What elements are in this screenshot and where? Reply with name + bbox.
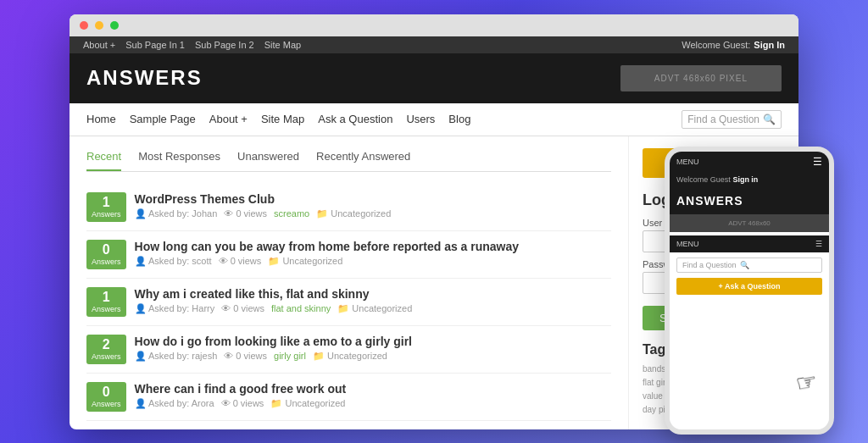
search-placeholder-text: Find a Question [687, 114, 760, 125]
question-title[interactable]: How do i go from looking like a emo to a… [135, 335, 412, 348]
question-meta: 👤 Asked by: Johan 👁 0 views screamo 📁 Un… [135, 208, 392, 219]
phone-menu-label: MENU [676, 158, 699, 166]
question-body: WordPress Themes Club 👤 Asked by: Johan … [135, 192, 392, 219]
phone-welcome: Welcome Guest Sign in [670, 172, 829, 187]
answer-count-badge: 0 Answers [86, 240, 126, 269]
questions-panel: Recent Most Responses Unanswered Recentl… [70, 136, 629, 429]
asked-by: 👤 Asked by: Arora [135, 398, 214, 409]
phone-hamburger-icon[interactable]: ☰ [813, 156, 822, 168]
tag[interactable]: flat and skinny [271, 303, 331, 313]
phone-top-bar: MENU ☰ [670, 152, 829, 172]
phone-menu-bar2: MENU ☰ [670, 235, 829, 252]
category: 📁 Uncategorized [316, 208, 391, 219]
tab-most-responses[interactable]: Most Responses [138, 150, 220, 171]
question-body: Why am i created like this, flat and ski… [135, 287, 413, 314]
asked-by: 👤 Asked by: scott [135, 256, 212, 267]
question-meta: 👤 Asked by: rajesh 👁 0 views girly girl … [135, 351, 412, 362]
views: 👁 0 views [221, 303, 264, 313]
answer-count-badge: 1 Answers [86, 192, 126, 222]
tab-recently-answered[interactable]: Recently Answered [316, 150, 410, 171]
topbar-sitemap[interactable]: Site Map [264, 40, 301, 50]
category: 📁 Uncategorized [270, 398, 345, 409]
question-title[interactable]: WordPress Themes Club [135, 192, 392, 206]
nav-blog[interactable]: Blog [448, 113, 470, 125]
asked-by: 👤 Asked by: Harry [135, 303, 215, 314]
nav-links: Home Sample Page About + Site Map Ask a … [86, 113, 470, 125]
tag[interactable]: screamo [274, 208, 309, 219]
topbar-subpage2[interactable]: Sub Page In 2 [195, 40, 254, 50]
browser-chrome [70, 14, 798, 36]
nav-sitemap[interactable]: Site Map [261, 113, 304, 125]
phone-search-text: Find a Question [682, 261, 737, 269]
maximize-dot[interactable] [110, 21, 119, 30]
phone-hamburger-icon2[interactable]: ☰ [815, 240, 822, 248]
tab-recent[interactable]: Recent [86, 150, 121, 171]
question-meta: 👤 Asked by: Harry 👁 0 views flat and ski… [135, 303, 413, 314]
phone-menu-label2: MENU [676, 240, 699, 248]
topbar-signin[interactable]: Sign In [754, 40, 785, 50]
tab-unanswered[interactable]: Unanswered [237, 150, 299, 171]
question-item: 1 Answers WordPress Themes Club 👤 Asked … [86, 184, 611, 231]
search-icon[interactable]: 🔍 [763, 114, 776, 125]
views: 👁 0 views [224, 351, 267, 361]
minimize-dot[interactable] [95, 21, 103, 30]
question-title[interactable]: Why am i created like this, flat and ski… [135, 287, 413, 301]
site-header: ANSWERS ADVT 468x60 PIXEL [70, 53, 798, 103]
question-tabs: Recent Most Responses Unanswered Recentl… [86, 150, 611, 172]
views: 👁 0 views [219, 256, 262, 266]
phone-search-icon: 🔍 [740, 261, 749, 269]
question-body: How long can you be away from home befor… [135, 240, 520, 267]
category: 📁 Uncategorized [337, 303, 412, 314]
question-title[interactable]: How long can you be away from home befor… [135, 240, 520, 253]
site-title: ANSWERS [86, 66, 203, 90]
nav-search[interactable]: Find a Question 🔍 [682, 110, 782, 129]
question-item: 0 Answers Why cant i get a date 👤 Asked … [86, 421, 611, 429]
views: 👁 0 views [224, 208, 267, 219]
nav-sample[interactable]: Sample Page [130, 113, 196, 125]
nav-home[interactable]: Home [86, 113, 116, 125]
answer-count-badge: 2 Answers [86, 335, 126, 364]
question-meta: 👤 Asked by: scott 👁 0 views 📁 Uncategori… [135, 256, 520, 267]
phone-signin-link[interactable]: Sign in [732, 175, 758, 184]
welcome-text: Welcome Guest: [682, 40, 750, 50]
question-body: Where can i find a good free work out 👤 … [135, 382, 347, 409]
phone-search[interactable]: Find a Question 🔍 [676, 257, 822, 273]
top-bar-auth: Welcome Guest: Sign In [682, 40, 785, 50]
top-bar: About + Sub Page In 1 Sub Page In 2 Site… [70, 36, 798, 53]
question-title[interactable]: Where can i find a good free work out [135, 382, 347, 396]
question-item: 0 Answers Where can i find a good free w… [86, 374, 611, 421]
question-meta: 👤 Asked by: Arora 👁 0 views 📁 Uncategori… [135, 398, 347, 409]
mobile-phone-overlay: MENU ☰ Welcome Guest Sign in ANSWERS ADV… [665, 147, 834, 435]
nav-ask[interactable]: Ask a Question [318, 113, 392, 125]
top-bar-links: About + Sub Page In 1 Sub Page In 2 Site… [83, 40, 301, 50]
nav-users[interactable]: Users [406, 113, 435, 125]
phone-screen: MENU ☰ Welcome Guest Sign in ANSWERS ADV… [670, 152, 829, 429]
question-item: 2 Answers How do i go from looking like … [86, 326, 611, 374]
answer-count-badge: 1 Answers [86, 287, 126, 317]
asked-by: 👤 Asked by: Johan [135, 208, 218, 219]
category: 📁 Uncategorized [268, 256, 342, 267]
nav-about[interactable]: About + [209, 113, 248, 125]
question-item: 1 Answers Why am i created like this, fl… [86, 279, 611, 326]
question-body: How do i go from looking like a emo to a… [135, 335, 412, 362]
asked-by: 👤 Asked by: rajesh [135, 351, 218, 362]
header-ad: ADVT 468x60 PIXEL [620, 65, 782, 91]
tag[interactable]: girly girl [274, 351, 306, 361]
phone-site-title: ANSWERS [670, 187, 829, 214]
close-dot[interactable] [80, 21, 88, 30]
views: 👁 0 views [221, 398, 264, 408]
phone-ask-button[interactable]: + Ask a Question [676, 278, 822, 295]
question-item: 0 Answers How long can you be away from … [86, 231, 611, 279]
category: 📁 Uncategorized [313, 351, 387, 362]
answer-count-badge: 0 Answers [86, 382, 126, 412]
main-nav: Home Sample Page About + Site Map Ask a … [70, 103, 798, 136]
topbar-about[interactable]: About + [83, 40, 115, 50]
phone-ad: ADVT 468x60 [670, 214, 829, 232]
topbar-subpage1[interactable]: Sub Page In 1 [125, 40, 185, 50]
